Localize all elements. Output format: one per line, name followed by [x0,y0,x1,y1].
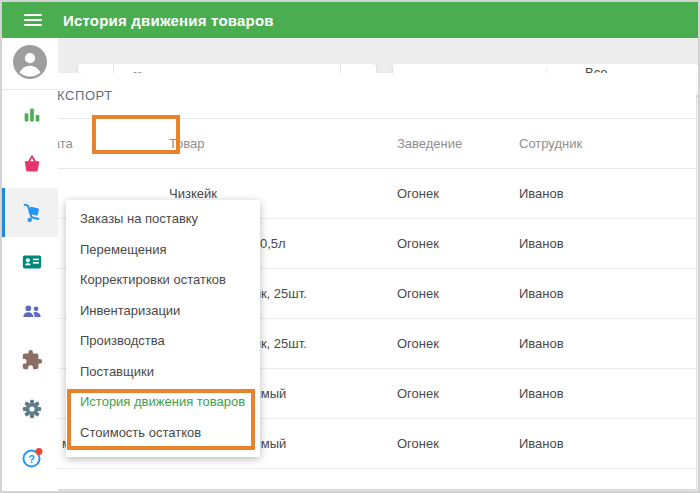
app-window: История движения товаров [0,0,700,493]
column-header-date: Дата [44,136,169,151]
sidebar-item-stats[interactable] [2,90,58,139]
cell-employee: Иванов [519,286,696,301]
sidebar-item-profile[interactable] [2,38,58,90]
column-header-product: Товар [169,136,397,151]
menu-item-supply-orders[interactable]: Заказы на поставку [66,204,260,235]
sidebar-item-sales[interactable] [2,139,58,188]
cell-venue: Огонек [397,286,519,301]
cell-employee: Иванов [519,336,696,351]
bar-chart-icon [21,104,43,126]
cell-venue: Огонек [397,336,519,351]
people-icon [21,300,43,322]
cell-venue: Огонек [397,386,519,401]
app-bar: История движения товаров [2,2,698,38]
menu-item-suppliers[interactable]: Поставщики [66,357,260,388]
gear-icon [21,398,43,420]
avatar-icon [13,45,47,83]
puzzle-icon [21,349,43,371]
cell-employee: Иванов [519,186,696,201]
menu-item-stock-adjustments[interactable]: Корректировки остатков [66,265,260,296]
menu-item-product-movement-history[interactable]: История движения товаров [66,387,260,418]
hamburger-menu-icon[interactable] [24,14,42,26]
cell-employee: Иванов [519,436,696,451]
sidebar-item-apps[interactable] [2,335,58,384]
cell-product: Чизкейк [169,186,397,201]
cell-employee: Иванов [519,386,696,401]
help-question-icon: ? [20,446,44,470]
hand-truck-icon [21,202,43,224]
supply-section-menu: Заказы на поставку Перемещения Корректир… [66,200,260,457]
sidebar-item-supply[interactable] [2,188,58,237]
menu-item-inventories[interactable]: Инвентаризации [66,296,260,327]
cell-venue: Огонек [397,186,519,201]
basket-icon [21,153,43,175]
menu-item-stock-value[interactable]: Стоимость остатков [66,418,260,449]
cell-employee: Иванов [519,236,696,251]
id-card-icon [21,251,43,273]
page-title: История движения товаров [63,12,274,29]
sidebar-item-settings[interactable] [2,384,58,433]
sidebar-item-access-card[interactable] [2,237,58,286]
cell-venue: Огонек [397,436,519,451]
column-header-venue: Заведение [397,136,519,151]
column-header-employee: Сотрудник [519,136,696,151]
table-header: Дата Товар Заведение Сотрудник [22,119,696,169]
sidebar-item-help[interactable]: ? [2,433,58,482]
sidebar: ? [2,38,58,491]
cell-venue: Огонек [397,236,519,251]
export-row: ЭКСПОРТ [22,73,696,119]
sidebar-item-staff[interactable] [2,286,58,335]
svg-text:?: ? [28,452,35,464]
menu-item-transfers[interactable]: Перемещения [66,235,260,266]
menu-item-productions[interactable]: Производства [66,326,260,357]
